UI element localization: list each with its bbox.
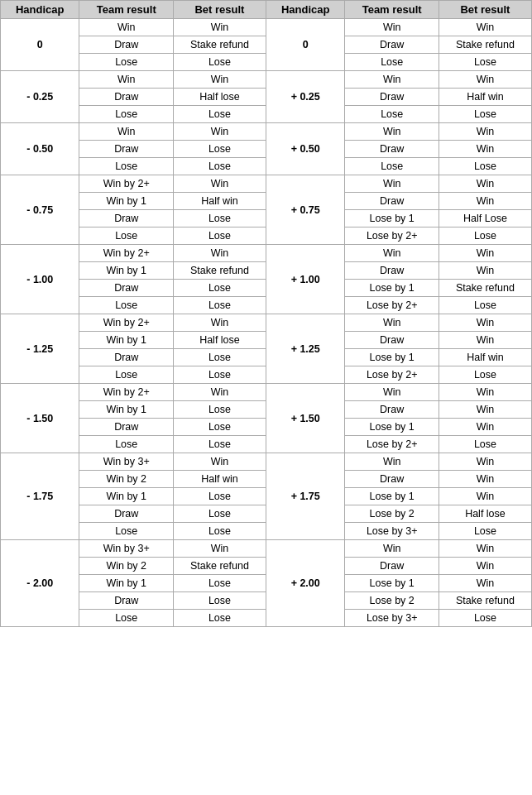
left-team-result: Draw [79,141,174,158]
right-bet-result: Win [439,419,531,436]
left-bet-result: Lose [173,280,266,297]
left-bet-result: Lose [173,505,266,523]
right-bet-result: Win [439,575,531,592]
right-team-result: Lose by 1 [345,419,439,436]
right-team-result: Lose by 2+ [345,227,439,245]
right-handicap-cell: + 0.50 [266,123,344,175]
left-team-result: Draw [79,592,174,610]
left-bet-result: Lose [173,349,266,366]
right-bet-result: Lose [439,436,531,453]
left-team-result: Lose [79,158,174,175]
table-row: - 2.00Win by 3+Win+ 2.00WinWin [1,540,532,558]
right-team-result: Draw [345,141,439,158]
right-team-result: Win [345,123,439,141]
left-team-result: Win by 1 [79,401,174,419]
right-bet-result: Win [439,471,531,488]
left-team-result: Win by 3+ [79,540,174,558]
right-team-result: Lose by 2+ [345,297,439,314]
right-team-result: Win [345,314,439,332]
table-row: - 0.75Win by 2+Win+ 0.75WinWin [1,175,532,193]
left-team-result: Win [79,71,174,89]
right-team-result: Lose by 1 [345,280,439,297]
right-team-result: Lose by 1 [345,575,439,592]
left-team-result: Draw [79,505,174,523]
column-header: Team result [345,1,439,19]
right-bet-result: Half win [439,89,531,106]
right-team-result: Lose by 3+ [345,523,439,540]
handicap-table: HandicapTeam resultBet resultHandicapTea… [0,0,532,627]
left-handicap-cell: - 0.25 [1,71,79,123]
left-bet-result: Stake refund [173,36,266,54]
left-bet-result: Win [173,245,266,262]
left-bet-result: Lose [173,523,266,540]
right-bet-result: Lose [439,523,531,540]
right-bet-result: Half Lose [439,210,531,227]
right-bet-result: Win [439,175,531,193]
right-bet-result: Lose [439,297,531,314]
left-team-result: Lose [79,523,174,540]
right-handicap-cell: 0 [266,19,344,71]
column-header: Team result [79,1,174,19]
left-team-result: Win by 1 [79,332,174,349]
left-bet-result: Half win [173,471,266,488]
right-team-result: Lose by 2 [345,505,439,523]
left-handicap-cell: - 2.00 [1,540,79,627]
left-team-result: Lose [79,106,174,123]
table-row: - 1.75Win by 3+Win+ 1.75WinWin [1,453,532,471]
right-team-result: Win [345,19,439,36]
table-row: - 1.25Win by 2+Win+ 1.25WinWin [1,314,532,332]
left-team-result: Lose [79,436,174,453]
right-team-result: Lose by 3+ [345,610,439,627]
left-bet-result: Lose [173,158,266,175]
right-team-result: Win [345,453,439,471]
left-bet-result: Lose [173,488,266,505]
left-handicap-cell: - 1.00 [1,245,79,314]
right-team-result: Win [345,384,439,401]
right-bet-result: Lose [439,158,531,175]
right-bet-result: Win [439,314,531,332]
left-team-result: Win by 2 [79,558,174,575]
left-team-result: Lose [79,227,174,245]
left-team-result: Lose [79,54,174,71]
left-bet-result: Lose [173,54,266,71]
left-bet-result: Win [173,453,266,471]
right-team-result: Lose by 2+ [345,366,439,384]
left-bet-result: Lose [173,366,266,384]
left-bet-result: Lose [173,227,266,245]
right-bet-result: Half lose [439,505,531,523]
left-bet-result: Lose [173,592,266,610]
right-team-result: Lose by 1 [345,488,439,505]
left-bet-result: Win [173,71,266,89]
right-handicap-cell: + 1.75 [266,453,344,540]
right-bet-result: Win [439,332,531,349]
left-bet-result: Lose [173,141,266,158]
right-handicap-cell: + 1.50 [266,384,344,453]
right-team-result: Draw [345,558,439,575]
right-bet-result: Half win [439,349,531,366]
right-bet-result: Win [439,558,531,575]
left-bet-result: Half lose [173,332,266,349]
right-bet-result: Win [439,245,531,262]
left-team-result: Draw [79,419,174,436]
left-bet-result: Lose [173,419,266,436]
right-team-result: Draw [345,89,439,106]
right-bet-result: Lose [439,54,531,71]
left-bet-result: Win [173,123,266,141]
column-header: Handicap [266,1,344,19]
left-bet-result: Half lose [173,89,266,106]
right-team-result: Lose by 1 [345,349,439,366]
right-handicap-cell: + 1.25 [266,314,344,384]
right-bet-result: Win [439,453,531,471]
left-bet-result: Lose [173,401,266,419]
right-team-result: Win [345,175,439,193]
left-bet-result: Stake refund [173,558,266,575]
right-team-result: Lose by 2 [345,592,439,610]
right-bet-result: Win [439,540,531,558]
left-bet-result: Lose [173,210,266,227]
column-header: Handicap [1,1,79,19]
left-team-result: Win by 2+ [79,175,174,193]
right-team-result: Draw [345,193,439,210]
table-row: - 1.00Win by 2+Win+ 1.00WinWin [1,245,532,262]
left-handicap-cell: - 0.50 [1,123,79,175]
right-team-result: Draw [345,401,439,419]
